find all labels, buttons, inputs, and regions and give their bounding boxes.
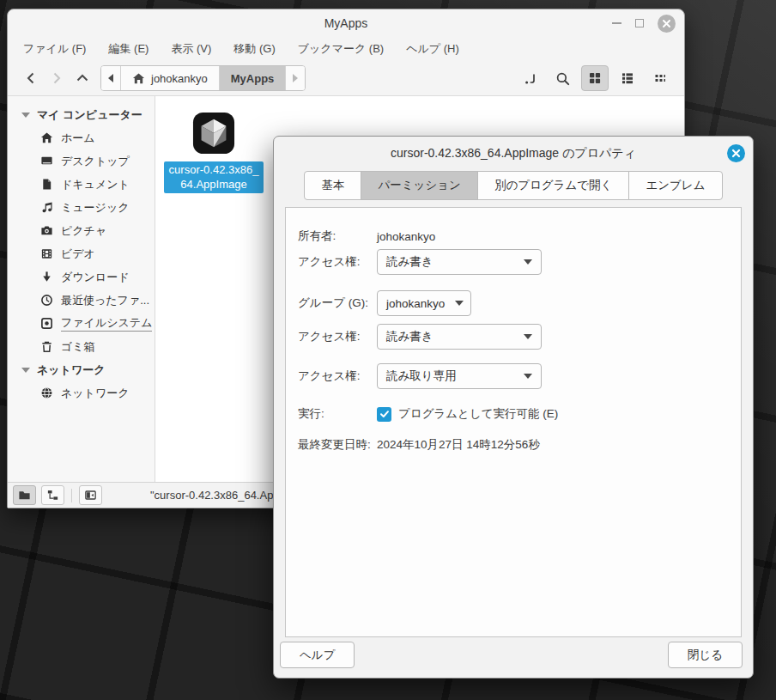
checkbox-check-icon [379, 409, 390, 419]
owner-value: johokankyo [377, 230, 435, 243]
combo-arrow-icon [524, 374, 532, 379]
group-access-label: アクセス権: [298, 329, 377, 344]
sidebar-item-home[interactable]: ホーム [8, 126, 155, 149]
up-icon[interactable] [70, 65, 95, 91]
sidebar-item-documents[interactable]: ドキュメント [8, 173, 155, 196]
home-icon [40, 131, 53, 144]
group-dropdown[interactable]: johokankyo [377, 290, 471, 316]
sidebar-item-trash[interactable]: ゴミ箱 [8, 335, 155, 358]
tab-permissions[interactable]: パーミッション [361, 171, 477, 200]
sidebar-item-filesystem[interactable]: ファイルシステム [8, 312, 155, 335]
tab-basic[interactable]: 基本 [304, 171, 361, 200]
properties-dialog: cursor-0.42.3x86_64.AppImage のプロパティ 基本 パ… [273, 136, 754, 679]
dialog-close-icon[interactable] [727, 144, 745, 162]
breadcrumb-prev-icon[interactable] [101, 66, 121, 90]
window-title: MyApps [324, 16, 368, 30]
sidebar-section-network[interactable]: ネットワーク [8, 358, 155, 381]
location-entry-icon[interactable] [516, 65, 543, 91]
sidebar-section-my-computer[interactable]: マイ コンピューター [8, 103, 155, 126]
download-icon [40, 271, 53, 283]
menubar: ファイル (F) 編集 (E) 表示 (V) 移動 (G) ブックマーク (B)… [8, 37, 684, 61]
tab-open-with[interactable]: 別のプログラムで開く [477, 171, 630, 200]
video-icon [40, 247, 53, 260]
sidebar: マイ コンピューター ホーム デスクトップ ドキュメント ミュージック [8, 96, 155, 482]
desktop-icon [40, 155, 53, 167]
owner-label: 所有者: [298, 228, 377, 244]
menu-view[interactable]: 表示 (V) [171, 41, 211, 57]
documents-icon [40, 178, 53, 191]
list-view-icon[interactable] [614, 65, 641, 91]
permissions-panel: 所有者: johokankyo アクセス権: 読み書き グループ (G): jo… [285, 207, 742, 637]
treeview-button-icon[interactable] [41, 485, 64, 505]
mtime-label: 最終変更日時: [298, 437, 377, 453]
sidebar-item-recent[interactable]: 最近使ったファ... [8, 289, 155, 312]
dialog-title: cursor-0.42.3x86_64.AppImage のプロパティ [391, 146, 636, 161]
window-minimize-icon[interactable] [612, 22, 621, 24]
menu-file[interactable]: ファイル (F) [23, 41, 86, 57]
owner-access-label: アクセス権: [298, 254, 377, 270]
mtime-value: 2024年10月27日 14時12分56秒 [377, 437, 540, 453]
statusbar-text: "cursor-0.42.3x86_64.Ap [150, 489, 273, 502]
window-maximize-icon[interactable] [635, 19, 644, 27]
window-close-icon[interactable] [658, 15, 676, 33]
close-button[interactable]: 閉じる [668, 642, 743, 668]
other-access-dropdown[interactable]: 読み取り専用 [377, 363, 542, 389]
window-controls [612, 9, 676, 37]
statusbar-separator [71, 489, 72, 502]
tab-emblems[interactable]: エンブレム [628, 171, 722, 200]
compact-view-icon[interactable] [646, 65, 674, 91]
sidebar-item-music[interactable]: ミュージック [8, 196, 155, 219]
breadcrumb-parent-label: johokankyo [151, 72, 208, 85]
network-icon [40, 387, 53, 399]
menu-edit[interactable]: 編集 (E) [108, 41, 149, 57]
sidebar-item-pictures[interactable]: ピクチャ [8, 219, 155, 242]
filesystem-icon [40, 317, 53, 330]
sidebar-item-network[interactable]: ネットワーク [8, 381, 155, 405]
recent-icon [40, 294, 53, 307]
menu-bookmarks[interactable]: ブックマーク (B) [298, 41, 384, 57]
panel-toggle-icon[interactable] [79, 485, 102, 505]
app-icon [192, 112, 235, 155]
exec-label: 実行: [298, 406, 377, 422]
music-icon [40, 201, 53, 214]
group-access-dropdown[interactable]: 読み書き [377, 324, 542, 350]
breadcrumb: johokankyo MyApps [100, 65, 306, 91]
places-button-icon[interactable] [13, 485, 36, 505]
expander-icon[interactable] [21, 368, 30, 373]
exec-checkbox-label: プログラムとして実行可能 (E) [398, 406, 558, 422]
expander-icon[interactable] [21, 113, 30, 118]
breadcrumb-next-icon[interactable] [286, 66, 305, 90]
combo-arrow-icon [524, 334, 532, 339]
exec-checkbox[interactable] [377, 407, 391, 422]
help-button[interactable]: ヘルプ [280, 642, 355, 668]
menu-help[interactable]: ヘルプ (H) [406, 41, 459, 57]
breadcrumb-home-segment[interactable]: johokankyo [121, 66, 220, 90]
file-tile-appimage[interactable]: cursor-0.42.3x86_ 64.AppImage [164, 112, 264, 193]
trash-icon [40, 340, 53, 353]
file-name-label: cursor-0.42.3x86_ 64.AppImage [164, 161, 264, 193]
breadcrumb-current-label: MyApps [231, 72, 275, 85]
back-icon[interactable] [18, 65, 44, 91]
sidebar-item-downloads[interactable]: ダウンロード [8, 265, 155, 289]
sidebar-item-videos[interactable]: ビデオ [8, 242, 155, 265]
combo-arrow-icon [455, 301, 464, 306]
combo-arrow-icon [524, 259, 532, 265]
group-label: グループ (G): [298, 295, 377, 311]
owner-access-dropdown[interactable]: 読み書き [377, 249, 542, 275]
toolbar: johokankyo MyApps [8, 61, 684, 95]
other-access-label: アクセス権: [298, 368, 377, 384]
dialog-header[interactable]: cursor-0.42.3x86_64.AppImage のプロパティ [274, 137, 753, 171]
search-icon[interactable] [549, 65, 576, 91]
pictures-icon [40, 224, 53, 237]
menu-go[interactable]: 移動 (G) [233, 41, 275, 57]
titlebar[interactable]: MyApps [8, 9, 684, 37]
breadcrumb-current-segment[interactable]: MyApps [220, 66, 287, 90]
dialog-tabs: 基本 パーミッション 別のプログラムで開く エンブレム [274, 171, 753, 200]
desktop: MyApps ファイル (F) 編集 (E) 表示 (V) 移動 (G) ブック… [0, 0, 776, 700]
sidebar-item-desktop[interactable]: デスクトップ [8, 149, 155, 173]
grid-view-icon[interactable] [581, 65, 609, 91]
forward-icon[interactable] [44, 65, 70, 91]
